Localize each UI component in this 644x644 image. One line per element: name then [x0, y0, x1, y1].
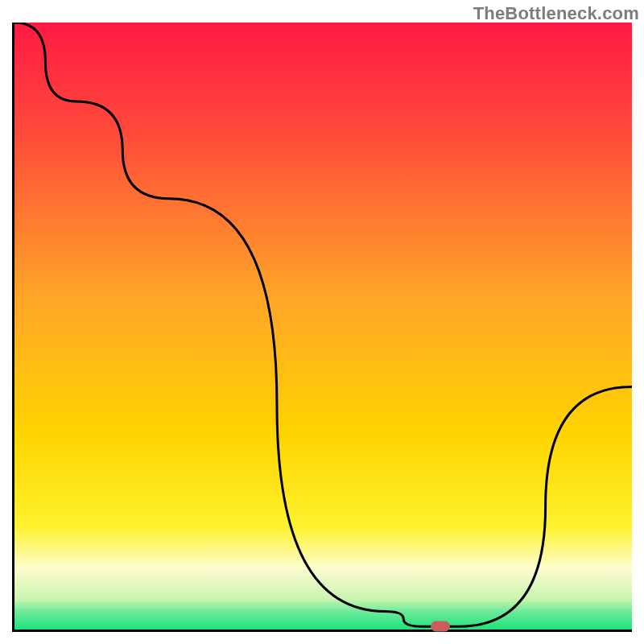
plot-area [12, 23, 632, 632]
bottleneck-marker [431, 621, 450, 632]
gradient-background [14, 23, 632, 630]
chart-frame: TheBottleneck.com [0, 0, 644, 644]
watermark-text: TheBottleneck.com [473, 3, 639, 24]
plot-svg [14, 23, 632, 630]
